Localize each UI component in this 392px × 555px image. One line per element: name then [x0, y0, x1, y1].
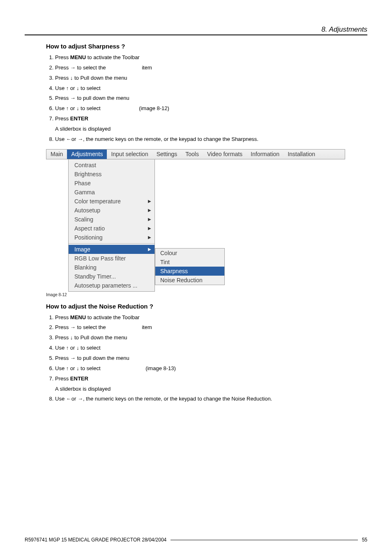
step: Press ENTER A sliderbox is displayed — [55, 375, 367, 393]
step-sub: A sliderbox is displayed — [55, 125, 367, 133]
image-caption: Image 8-12 — [46, 292, 367, 297]
footer-text: R5976741 MGP 15 MEDICAL GRADE PROJECTOR … — [25, 537, 166, 543]
menu-screenshot: MainAdjustmentsInput selectionSettingsTo… — [46, 149, 345, 292]
step: Use ↑ or ↓ to select (image 8-12) — [55, 105, 367, 113]
dropdown-menu: ContrastBrightnessPhaseGammaColor temper… — [68, 159, 155, 292]
menubar-item[interactable]: Information — [247, 150, 284, 159]
menu-body: ContrastBrightnessPhaseGammaColor temper… — [46, 159, 345, 292]
page-content: How to adjust Sharpness ? Press MENU to … — [25, 43, 367, 403]
menubar: MainAdjustmentsInput selectionSettingsTo… — [46, 149, 345, 159]
dropdown-item[interactable]: Gamma — [69, 188, 154, 197]
submenu-arrow-icon: ▶ — [148, 199, 151, 203]
dropdown-item[interactable]: Image▶ — [69, 245, 154, 254]
dropdown-item[interactable]: Contrast — [69, 161, 154, 170]
step: Press → to select the item — [55, 64, 367, 72]
dropdown-item[interactable]: Blanking — [69, 263, 154, 272]
heading-sharpness: How to adjust Sharpness ? — [46, 43, 367, 50]
footer-rule — [171, 540, 357, 540]
dropdown-item-label: Gamma — [74, 189, 95, 196]
section-title: 8. Adjustments — [25, 25, 367, 34]
step-sub: A sliderbox is displayed — [55, 385, 367, 393]
submenu-arrow-icon: ▶ — [148, 226, 151, 230]
dropdown-item-label: Color temperature — [74, 198, 121, 205]
dropdown-item-label: Positioning — [74, 234, 103, 241]
heading-noise: How to adjust the Noise Reduction ? — [46, 303, 367, 310]
step: Press ENTER A sliderbox is displayed — [55, 115, 367, 133]
steps-noise: Press MENU to activate the Toolbar Press… — [46, 314, 367, 403]
submenu-arrow-icon: ▶ — [148, 235, 151, 240]
dropdown-item-label: Standby Timer... — [74, 273, 116, 280]
submenu-arrow-icon: ▶ — [148, 217, 151, 221]
dropdown-item-label: Scaling — [74, 216, 93, 223]
step: Press ↓ to Pull down the menu — [55, 74, 367, 82]
submenu-arrow-icon: ▶ — [148, 208, 151, 212]
dropdown-item[interactable]: Scaling▶ — [69, 215, 154, 224]
submenu-arrow-icon: ▶ — [148, 247, 151, 251]
dropdown-item[interactable]: Brightness — [69, 170, 154, 179]
submenu-item[interactable]: Colour — [155, 249, 224, 258]
menubar-item[interactable]: Video formats — [203, 150, 247, 159]
submenu-item[interactable]: Sharpness — [155, 267, 224, 276]
dropdown-item-label: Brightness — [74, 171, 101, 177]
dropdown-item[interactable]: Phase — [69, 179, 154, 188]
step: Use ↑ or ↓ to select — [55, 344, 367, 352]
dropdown-item[interactable]: Color temperature▶ — [69, 197, 154, 206]
dropdown-item-label: Autosetup — [74, 207, 100, 214]
step: Use ←or →, the numeric keys on the remot… — [55, 395, 367, 403]
dropdown-item-label: Aspect ratio — [74, 225, 105, 232]
dropdown-item-label: Autosetup parameters ... — [74, 282, 137, 289]
dropdown-item-label: Contrast — [74, 162, 96, 168]
step: Press → to pull down the menu — [55, 355, 367, 362]
step: Use ←or →, the numeric keys on the remot… — [55, 136, 367, 143]
step: Press → to select the item — [55, 324, 367, 332]
dropdown-item-label: Blanking — [74, 264, 97, 271]
page-number: 55 — [362, 537, 367, 543]
dropdown-item[interactable]: Autosetup parameters ... — [69, 281, 154, 290]
submenu-item[interactable]: Tint — [155, 258, 224, 267]
page-header: 8. Adjustments — [25, 25, 367, 35]
step: Press MENU to activate the Toolbar — [55, 314, 367, 322]
dropdown-item-label: RGB Low Pass filter — [74, 255, 126, 262]
step: Use ↑ or ↓ to select (image 8-13) — [55, 365, 367, 373]
dropdown-item-label: Image — [74, 246, 90, 253]
dropdown-item[interactable]: Aspect ratio▶ — [69, 224, 154, 233]
step: Press ↓ to Pull down the menu — [55, 334, 367, 342]
menubar-item[interactable]: Settings — [152, 150, 182, 159]
step: Press → to pull down the menu — [55, 94, 367, 102]
menubar-item[interactable]: Input selection — [107, 150, 152, 159]
document-page: 8. Adjustments How to adjust Sharpness ?… — [0, 0, 392, 555]
page-footer: R5976741 MGP 15 MEDICAL GRADE PROJECTOR … — [25, 537, 367, 543]
dropdown-item-label: Phase — [74, 180, 91, 187]
dropdown-item[interactable]: Standby Timer... — [69, 272, 154, 281]
steps-sharpness: Press MENU to activate the Toolbar Press… — [46, 54, 367, 143]
dropdown-item[interactable]: RGB Low Pass filter — [69, 254, 154, 263]
step: Press MENU to activate the Toolbar — [55, 54, 367, 62]
dropdown-item[interactable]: Positioning▶ — [69, 233, 154, 242]
menubar-item[interactable]: Tools — [181, 150, 203, 159]
submenu: ColourTintSharpnessNoise Reduction — [155, 248, 225, 285]
menubar-item[interactable]: Main — [46, 150, 67, 159]
menubar-item[interactable]: Adjustments — [67, 150, 107, 159]
step: Use ↑ or ↓ to select — [55, 85, 367, 92]
submenu-item[interactable]: Noise Reduction — [155, 276, 224, 285]
dropdown-item[interactable]: Autosetup▶ — [69, 206, 154, 215]
menubar-item[interactable]: Installation — [284, 150, 319, 159]
